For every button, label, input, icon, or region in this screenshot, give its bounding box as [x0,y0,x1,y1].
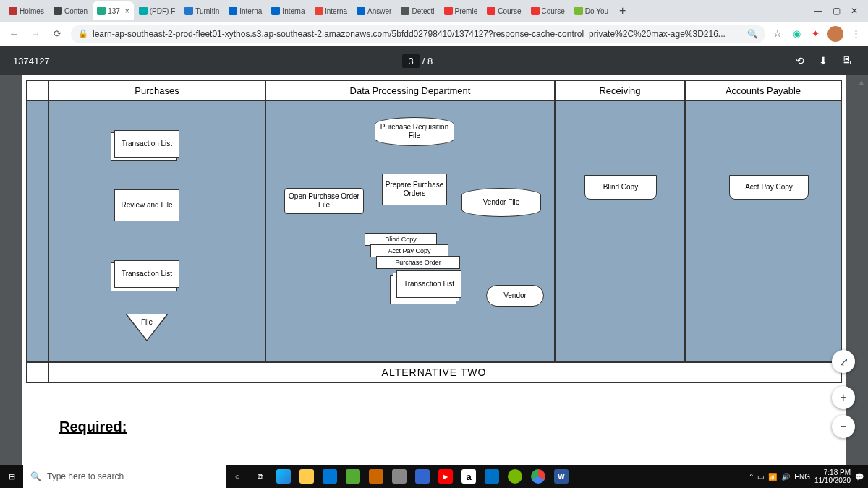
zoom-in-button[interactable]: + [832,386,855,409]
system-tray[interactable]: ^ ▭ 📶 🔊 ENG 7:18 PM 11/10/2020 💬 [746,468,868,484]
browser-tab[interactable]: Premie [440,1,482,20]
print-icon[interactable]: 🖶 [838,55,855,67]
browser-tab[interactable]: Interna [224,1,266,20]
taskbar-search[interactable]: 🔍 Type here to search [23,465,226,488]
node-transaction-list-1: Transaction List [114,130,179,158]
current-page[interactable]: 3 [402,54,419,68]
tab-label: Course [498,7,521,15]
menu-icon[interactable]: ⋮ [849,28,862,39]
word-icon[interactable]: W [550,465,573,488]
battery-icon[interactable]: ▭ [757,473,764,481]
favicon [531,7,540,15]
browser-tab[interactable]: 137× [93,1,134,20]
favicon [315,7,323,15]
app-icon-4[interactable] [411,465,434,488]
lane-margin [27,101,49,361]
clock[interactable]: 7:18 PM 11/10/2020 [814,468,851,484]
grammarly-icon[interactable]: ◉ [790,28,803,39]
pdf-toolbar: 1374127 3 / 8 ⟲ ⬇ 🖶 [0,46,868,75]
node-transaction-list-2: Transaction List [114,260,179,288]
browser-tab[interactable]: Do You [570,1,613,20]
chrome-icon[interactable] [527,465,550,488]
tray-chevron-icon[interactable]: ^ [750,473,754,481]
wifi-icon[interactable]: 📶 [768,473,777,481]
youtube-icon[interactable]: ▶ [434,465,457,488]
browser-tab[interactable]: Detecti [396,1,438,20]
rotate-icon[interactable]: ⟲ [791,55,809,67]
flowchart-diagram: Purchases Data Processing Department Rec… [26,80,842,383]
cap-purchase-order: Purchase Order [376,256,460,269]
node-review-and-file: Review and File [114,189,179,221]
col-purchases: Purchases [49,81,266,101]
browser-tab[interactable]: interna [310,1,352,20]
task-view-button[interactable]: ⧉ [249,465,272,488]
app-icon-3[interactable] [388,465,411,488]
footer-label: ALTERNATIVE TWO [382,367,487,378]
browser-tab[interactable]: Course [482,1,525,20]
lane-receiving [556,101,686,361]
star-icon[interactable]: ☆ [771,28,784,39]
browser-tab[interactable]: Answer [352,1,396,20]
notifications-icon[interactable]: 💬 [855,473,864,481]
browser-tab[interactable]: Holmes [4,1,48,20]
new-tab-button[interactable]: + [613,1,631,20]
tab-label: Do You [585,7,608,15]
tab-label: Conten [64,7,88,15]
page-indicator: 3 / 8 [402,54,433,68]
start-button[interactable]: ⊞ [0,465,23,488]
fit-page-button[interactable]: ⤢ [832,350,855,373]
edge-icon[interactable] [272,465,295,488]
node-file-label: File [127,318,167,326]
tab-label: Interna [282,7,305,15]
favicon [487,7,495,15]
tab-label: interna [326,7,348,15]
volume-icon[interactable]: 🔊 [781,473,790,481]
tab-label: Interna [239,7,262,15]
favicon [9,7,17,15]
node-vendor-file: Vendor File [461,188,541,217]
app-icon-2[interactable] [365,465,388,488]
document-viewport[interactable]: ▲ Purchases Data Processing Department R… [0,75,868,468]
amazon-icon[interactable]: a [457,465,480,488]
browser-tab[interactable]: Turnitin [180,1,224,20]
back-button[interactable]: ← [6,28,22,39]
browser-tab[interactable]: Course [527,1,569,20]
language-indicator[interactable]: ENG [794,473,810,481]
reload-button[interactable]: ⟳ [49,28,65,39]
col-margin [27,81,49,101]
zoom-icon[interactable]: 🔍 [747,29,758,39]
close-window-button[interactable]: ✕ [851,6,858,16]
tab-label: Premie [455,7,478,15]
zoom-out-button[interactable]: − [832,415,855,438]
scroll-up-arrow[interactable]: ▲ [858,78,865,86]
pdf-page: Purchases Data Processing Department Rec… [22,75,846,468]
browser-tabstrip: HolmesConten137×(PDF) FTurnitinInternaIn… [0,0,868,22]
maximize-button[interactable]: ▢ [833,6,841,16]
url-field[interactable]: 🔒 learn-ap-southeast-2-prod-fleet01-xyth… [71,25,765,43]
tab-label: Detecti [412,7,434,15]
mail-icon[interactable] [480,465,503,488]
profile-avatar[interactable] [827,26,843,42]
minimize-button[interactable]: — [814,6,822,16]
download-icon[interactable]: ⬇ [814,55,832,67]
tab-label: Course [542,7,565,15]
node-open-po-file: Open Purchase Order File [284,188,364,214]
favicon [97,7,106,15]
utorrent-icon[interactable] [503,465,527,488]
diagram-footer: ALTERNATIVE TWO [27,361,841,382]
browser-tab[interactable]: Conten [49,1,92,20]
browser-tab[interactable]: Interna [267,1,309,20]
tab-close-icon[interactable]: × [125,7,129,15]
app-icon-1[interactable] [341,465,365,488]
tab-label: Turnitin [195,7,219,15]
browser-tab[interactable]: (PDF) F [135,1,180,20]
store-icon[interactable] [318,465,341,488]
pdf-filename: 1374127 [13,56,50,67]
windows-taskbar: ⊞ 🔍 Type here to search ○ ⧉ ▶ a W ^ ▭ 📶 … [0,465,868,488]
forward-button[interactable]: → [27,28,43,39]
extension-icon[interactable]: ✦ [809,28,822,39]
tab-label: 137 [108,7,120,15]
search-placeholder: Type here to search [47,471,124,481]
explorer-icon[interactable] [295,465,318,488]
cortana-button[interactable]: ○ [226,465,249,488]
